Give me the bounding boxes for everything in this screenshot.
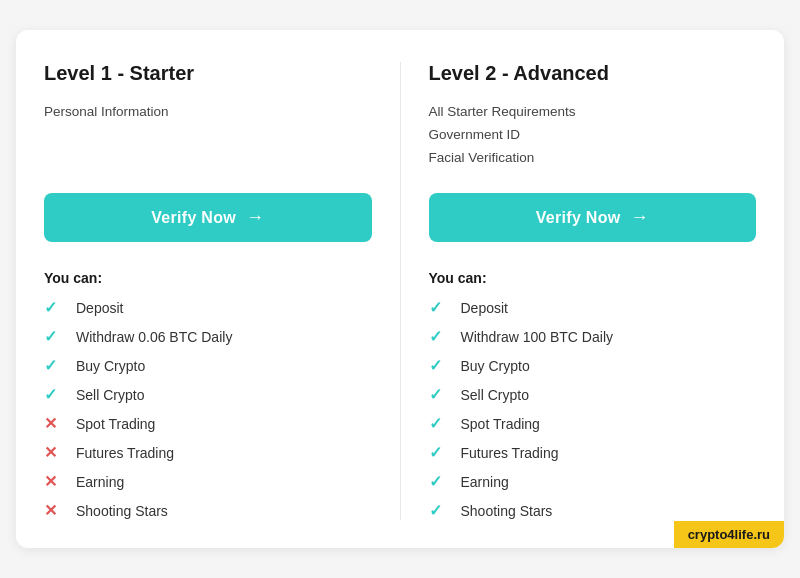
check-icon: ✓ (429, 443, 447, 462)
cross-icon: ✕ (44, 414, 62, 433)
list-item: ✓Sell Crypto (44, 385, 372, 404)
level2-title: Level 2 - Advanced (429, 62, 757, 85)
level2-verify-label: Verify Now (536, 209, 621, 227)
feature-label: Shooting Stars (76, 503, 168, 519)
level2-card: Level 2 - Advanced All Starter Requireme… (429, 62, 757, 520)
level2-verify-button[interactable]: Verify Now → (429, 193, 757, 242)
check-icon: ✓ (44, 298, 62, 317)
feature-label: Spot Trading (461, 416, 540, 432)
level1-card: Level 1 - Starter Personal Information V… (44, 62, 372, 520)
list-item: ✓Withdraw 0.06 BTC Daily (44, 327, 372, 346)
check-icon: ✓ (429, 298, 447, 317)
level1-requirements: Personal Information (44, 101, 372, 173)
level1-requirement-item: Personal Information (44, 101, 372, 124)
list-item: ✕Spot Trading (44, 414, 372, 433)
list-item: ✓Buy Crypto (429, 356, 757, 375)
list-item: ✓Shooting Stars (429, 501, 757, 520)
check-icon: ✓ (429, 501, 447, 520)
feature-label: Sell Crypto (76, 387, 144, 403)
cross-icon: ✕ (44, 501, 62, 520)
check-icon: ✓ (429, 414, 447, 433)
feature-label: Deposit (76, 300, 123, 316)
list-item: ✓Buy Crypto (44, 356, 372, 375)
feature-label: Buy Crypto (76, 358, 145, 374)
feature-label: Buy Crypto (461, 358, 530, 374)
list-item: ✕Earning (44, 472, 372, 491)
list-item: ✓Earning (429, 472, 757, 491)
feature-label: Deposit (461, 300, 508, 316)
feature-label: Withdraw 0.06 BTC Daily (76, 329, 232, 345)
feature-label: Spot Trading (76, 416, 155, 432)
list-item: ✕Futures Trading (44, 443, 372, 462)
level1-arrow-icon: → (246, 207, 264, 228)
check-icon: ✓ (44, 356, 62, 375)
level2-arrow-icon: → (631, 207, 649, 228)
list-item: ✓Spot Trading (429, 414, 757, 433)
watermark-label: crypto4life.ru (674, 521, 784, 548)
level1-title: Level 1 - Starter (44, 62, 372, 85)
level2-requirement-item: All Starter Requirements (429, 101, 757, 124)
level1-feature-list: ✓Deposit✓Withdraw 0.06 BTC Daily✓Buy Cry… (44, 298, 372, 520)
level2-feature-list: ✓Deposit✓Withdraw 100 BTC Daily✓Buy Cryp… (429, 298, 757, 520)
level2-requirements: All Starter RequirementsGovernment IDFac… (429, 101, 757, 173)
level1-verify-button[interactable]: Verify Now → (44, 193, 372, 242)
list-item: ✓Deposit (44, 298, 372, 317)
list-item: ✓Sell Crypto (429, 385, 757, 404)
level1-verify-label: Verify Now (151, 209, 236, 227)
feature-label: Futures Trading (76, 445, 174, 461)
check-icon: ✓ (44, 327, 62, 346)
feature-label: Sell Crypto (461, 387, 529, 403)
cross-icon: ✕ (44, 472, 62, 491)
check-icon: ✓ (44, 385, 62, 404)
level2-requirement-item: Facial Verification (429, 147, 757, 170)
feature-label: Withdraw 100 BTC Daily (461, 329, 614, 345)
main-container: Level 1 - Starter Personal Information V… (16, 30, 784, 548)
check-icon: ✓ (429, 385, 447, 404)
list-item: ✓Deposit (429, 298, 757, 317)
level2-requirement-item: Government ID (429, 124, 757, 147)
check-icon: ✓ (429, 356, 447, 375)
level2-you-can-label: You can: (429, 270, 757, 286)
level1-you-can-label: You can: (44, 270, 372, 286)
list-item: ✓Futures Trading (429, 443, 757, 462)
check-icon: ✓ (429, 327, 447, 346)
check-icon: ✓ (429, 472, 447, 491)
list-item: ✕Shooting Stars (44, 501, 372, 520)
feature-label: Futures Trading (461, 445, 559, 461)
card-divider (400, 62, 401, 520)
feature-label: Shooting Stars (461, 503, 553, 519)
cross-icon: ✕ (44, 443, 62, 462)
feature-label: Earning (76, 474, 124, 490)
list-item: ✓Withdraw 100 BTC Daily (429, 327, 757, 346)
feature-label: Earning (461, 474, 509, 490)
